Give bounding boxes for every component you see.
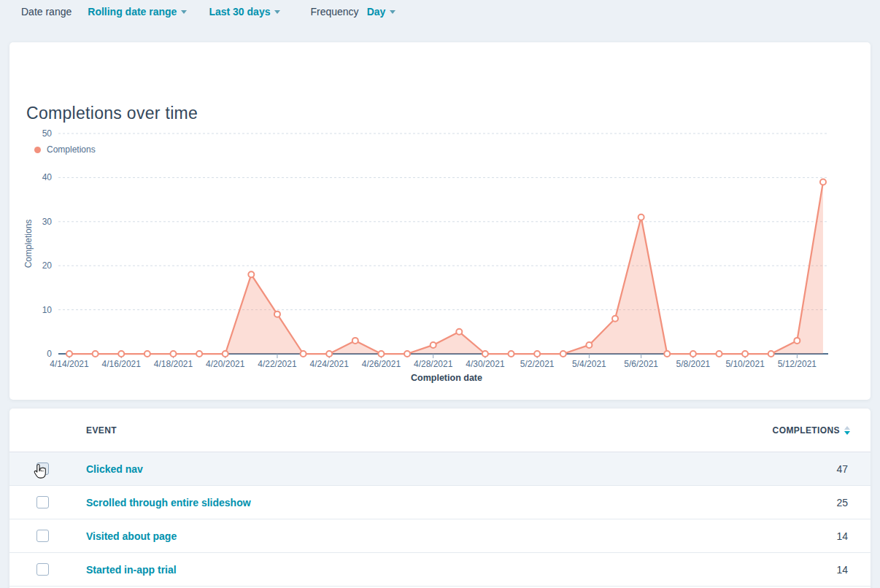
svg-text:40: 40 [42,172,53,182]
chevron-down-icon [390,10,395,14]
sort-up-arrow-icon [844,426,850,430]
row-checkbox[interactable] [36,563,49,576]
filter-bar: Date range Rolling date range Last 30 da… [21,6,395,18]
svg-text:0: 0 [47,349,52,359]
svg-text:4/14/2021: 4/14/2021 [50,359,89,369]
event-link[interactable]: Scrolled through entire slideshow [86,497,251,508]
date-range-value-text: Last 30 days [209,6,270,18]
svg-text:Completions: Completions [23,220,34,268]
svg-text:5/8/2021: 5/8/2021 [676,359,711,369]
completions-value: 25 [836,497,848,508]
table-row[interactable]: Visited about page 14 [9,519,871,553]
svg-text:4/28/2021: 4/28/2021 [414,359,453,369]
completions-value: 14 [836,530,848,542]
sort-down-arrow-icon [844,431,850,435]
date-range-type-value: Rolling date range [88,6,177,18]
completions-value: 14 [836,564,848,576]
svg-text:4/22/2021: 4/22/2021 [258,359,297,369]
column-header-event[interactable]: EVENT [86,425,117,436]
svg-text:5/2/2021: 5/2/2021 [520,359,555,369]
svg-text:4/24/2021: 4/24/2021 [310,359,350,369]
table-row[interactable]: Started in-app trial 14 [9,553,871,587]
row-checkbox[interactable] [36,463,49,475]
svg-text:4/16/2021: 4/16/2021 [102,359,142,369]
svg-text:30: 30 [42,217,53,227]
table-header-row: EVENT COMPLETIONS [9,409,871,452]
date-range-type-dropdown[interactable]: Rolling date range [88,6,187,18]
svg-text:20: 20 [42,260,53,271]
svg-text:4/18/2021: 4/18/2021 [154,359,193,369]
svg-text:50: 50 [42,128,53,139]
chevron-down-icon [181,10,187,14]
svg-text:4/26/2021: 4/26/2021 [362,359,401,369]
frequency-dropdown[interactable]: Day [367,6,396,18]
events-table-card: EVENT COMPLETIONS Clicked nav 47 Scrolle… [9,409,871,588]
frequency-value-text: Day [367,6,386,18]
svg-text:5/12/2021: 5/12/2021 [778,359,817,369]
svg-text:5/4/2021: 5/4/2021 [572,359,606,369]
event-link[interactable]: Visited about page [86,530,177,542]
column-header-completions[interactable]: COMPLETIONS [773,425,850,436]
table-body: Clicked nav 47 Scrolled through entire s… [9,452,871,587]
frequency-label: Frequency [310,6,358,18]
completions-header-label: COMPLETIONS [773,425,840,436]
svg-text:Completion date: Completion date [411,373,482,383]
svg-text:5/6/2021: 5/6/2021 [624,359,658,369]
row-checkbox[interactable] [36,530,49,542]
completions-area-chart[interactable]: 010203040504/14/20214/16/20214/18/20214/… [9,42,871,391]
completions-chart-card: Completions over time Completions 010203… [9,42,871,400]
svg-text:5/10/2021: 5/10/2021 [725,359,765,369]
date-range-label: Date range [21,6,72,18]
table-row[interactable]: Clicked nav 47 [9,452,871,486]
svg-text:10: 10 [42,305,53,315]
completions-value: 47 [836,463,848,475]
svg-text:4/20/2021: 4/20/2021 [206,359,245,369]
svg-text:4/30/2021: 4/30/2021 [466,359,505,369]
date-range-value-dropdown[interactable]: Last 30 days [209,6,280,18]
event-link[interactable]: Started in-app trial [86,564,177,576]
event-link[interactable]: Clicked nav [86,463,143,475]
chevron-down-icon [274,10,280,14]
row-checkbox[interactable] [36,496,49,508]
sort-descending-icon[interactable] [844,426,850,435]
table-row[interactable]: Scrolled through entire slideshow 25 [9,486,871,519]
